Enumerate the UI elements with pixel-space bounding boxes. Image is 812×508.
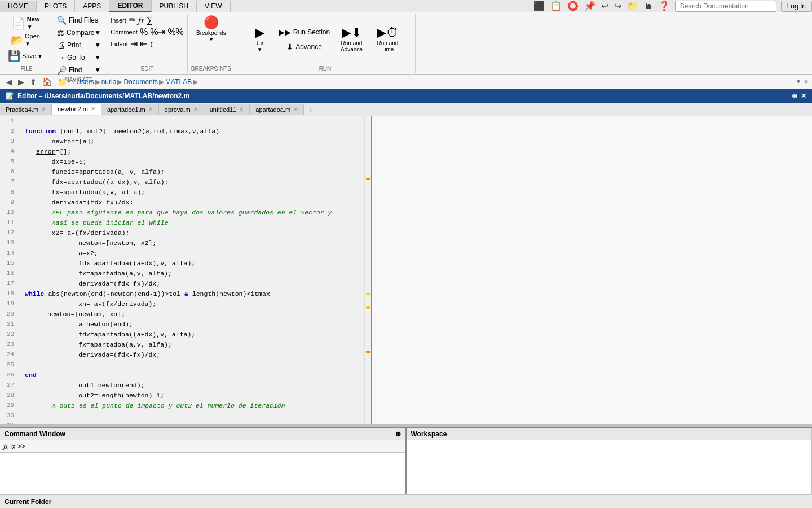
- toolbar-icon-2[interactable]: 📋: [549, 0, 563, 12]
- run-section-button[interactable]: ▶▶ Run Section: [276, 25, 332, 39]
- command-window-panel: Command Window ⊕ 𝑓𝑥 fx >>: [0, 428, 407, 494]
- file-group-label: FILE: [6, 64, 47, 72]
- ribbon-group-breakpoints: 🔴 Breakpoints ▼ BREAKPOINTS: [188, 14, 235, 73]
- forward-button[interactable]: ▶: [15, 77, 27, 87]
- toolbar-icon-5[interactable]: ↩: [599, 0, 610, 12]
- comment-icon-3[interactable]: %%: [167, 27, 183, 37]
- code-line-21: a=newton(end);: [25, 319, 364, 330]
- path-users[interactable]: Users: [76, 78, 94, 86]
- line-number-26: 26: [3, 370, 16, 380]
- breakpoints-button[interactable]: 🔴 Breakpoints ▼: [193, 15, 230, 44]
- advance-button[interactable]: ⬇ Advance: [276, 40, 332, 54]
- current-folder-label: Current Folder: [5, 498, 51, 506]
- run-advance-button[interactable]: ▶⬇ Run and Advance: [334, 25, 368, 54]
- line-number-27: 27: [3, 380, 16, 391]
- edit-insert-label: Insert: [111, 17, 126, 24]
- line-number-18: 18: [3, 289, 16, 299]
- line-numbers: 1234567891011121314151617181920212223242…: [0, 116, 20, 424]
- code-line-17: derivada=(fdx-fx)/dx;: [25, 279, 364, 289]
- line-number-30: 30: [3, 411, 16, 421]
- comment-icon-1[interactable]: %: [140, 27, 148, 37]
- toolbar-icon-1[interactable]: ⬛: [532, 0, 546, 12]
- toolbar-icon-4[interactable]: 📌: [582, 0, 597, 12]
- insert-icon-1[interactable]: ✏: [129, 15, 136, 25]
- tab-apartadoe1[interactable]: apartadoe1.m ✕: [102, 104, 159, 115]
- up-button[interactable]: ⬆: [27, 77, 39, 87]
- open-button[interactable]: 📂 Open ▼: [6, 32, 45, 49]
- run-button[interactable]: ▶ Run ▼: [245, 25, 273, 54]
- run-time-button[interactable]: ▶⏱ Run and Time: [370, 25, 404, 54]
- nav-tab-editor[interactable]: EDITOR: [109, 0, 151, 12]
- code-line-18: while abs(newton(end)-newton(end-1))>tol…: [25, 289, 364, 299]
- line-number-24: 24: [3, 350, 16, 360]
- line-number-16: 16: [3, 269, 16, 279]
- tab-apartadoa[interactable]: apartadoa.m ✕: [250, 104, 304, 115]
- tab-close-newton2[interactable]: ✕: [91, 106, 95, 112]
- indent-icon-1[interactable]: ⇥: [130, 38, 138, 49]
- insert-icon-3[interactable]: ∑: [147, 15, 153, 25]
- command-input[interactable]: [28, 443, 402, 450]
- nav-tab-apps[interactable]: APPS: [75, 1, 109, 12]
- line-number-20: 20: [3, 309, 16, 319]
- line-number-6: 6: [3, 167, 16, 177]
- nav-tab-home[interactable]: HOME: [0, 1, 37, 12]
- nav-tab-view[interactable]: VIEW: [197, 1, 231, 12]
- fx-prompt: fx >>: [10, 443, 25, 450]
- margin-bar: [364, 116, 371, 424]
- path-documents[interactable]: Documents: [123, 78, 158, 86]
- new-button[interactable]: 📄 New ▼: [6, 15, 45, 32]
- nav-tab-publish[interactable]: PUBLISH: [152, 1, 197, 12]
- code-line-6: funcio=apartadoa(a, v, alfa);: [25, 167, 364, 177]
- goto-button[interactable]: → Go To ▼: [55, 52, 103, 63]
- code-line-30: [25, 411, 364, 421]
- fx-bar: 𝑓𝑥 fx >>: [0, 440, 405, 453]
- print-button[interactable]: 🖨 Print ▼: [55, 40, 103, 51]
- indent-icon-2[interactable]: ⇤: [140, 38, 147, 49]
- toolbar-icon-8[interactable]: 🖥: [642, 0, 655, 12]
- indent-icon-3[interactable]: ↕: [149, 39, 154, 49]
- tab-untitled11[interactable]: untitled11 ✕: [204, 104, 250, 115]
- tab-close-untitled11[interactable]: ✕: [239, 106, 244, 112]
- ribbon: 📄 New ▼ 📂 Open ▼ 💾 Save ▼: [0, 12, 812, 75]
- comment-icon-2[interactable]: %⇥: [150, 27, 165, 37]
- editor-right-panel: [372, 116, 812, 424]
- path-matlab[interactable]: MATLAB: [165, 78, 192, 86]
- command-window-icon[interactable]: ⊕: [395, 430, 401, 438]
- line-number-1: 1: [3, 116, 16, 126]
- compare-button[interactable]: ⚖ Compare ▼: [55, 27, 103, 38]
- search-input[interactable]: [675, 1, 776, 12]
- tab-eprova[interactable]: eprova.m ✕: [159, 104, 204, 115]
- line-number-23: 23: [3, 340, 16, 350]
- toolbar-icon-6[interactable]: ↪: [612, 0, 623, 12]
- line-number-11: 11: [3, 218, 16, 228]
- tab-close-apartadoa[interactable]: ✕: [293, 106, 298, 112]
- line-number-12: 12: [3, 228, 16, 238]
- address-bar: ◀ ▶ ⬆ 🏠 📁 / Users ▶ nuria ▶ Documents ▶ …: [0, 75, 812, 89]
- path-nuria[interactable]: nuria: [102, 78, 117, 86]
- back-button[interactable]: ◀: [3, 77, 15, 87]
- code-line-5: dx=10e-6;: [25, 157, 364, 167]
- editor-close-button[interactable]: ✕: [801, 92, 806, 100]
- insert-icon-2[interactable]: 𝑓𝑥: [138, 15, 144, 25]
- find-files-button[interactable]: 🔍 Find Files: [55, 15, 103, 26]
- browse-button[interactable]: 📁: [55, 77, 70, 87]
- tab-close-eprova[interactable]: ✕: [193, 106, 198, 112]
- toolbar-icon-7[interactable]: 📁: [625, 0, 640, 12]
- toolbar-icon-9[interactable]: ❓: [657, 0, 672, 12]
- save-button[interactable]: 💾 Save ▼: [6, 49, 45, 63]
- editor-left-panel: 1234567891011121314151617181920212223242…: [0, 116, 372, 424]
- code-area[interactable]: function [out1, out2]= newton2(a,tol,itm…: [20, 116, 364, 424]
- find-button[interactable]: 🔎 Find ▼: [55, 64, 103, 76]
- toolbar-icon-3[interactable]: ⭕: [566, 0, 580, 12]
- tab-close-apartadoe1[interactable]: ✕: [148, 106, 153, 112]
- tab-newton2[interactable]: newton2.m ✕: [52, 104, 102, 115]
- editor-popup-button[interactable]: ⊕: [792, 92, 797, 100]
- nav-tab-plots[interactable]: PLOTS: [37, 1, 75, 12]
- login-button[interactable]: Log In: [781, 1, 812, 12]
- line-number-2: 2: [3, 126, 16, 137]
- home-dir-button[interactable]: 🏠: [39, 77, 55, 87]
- line-number-7: 7: [3, 177, 16, 187]
- tab-close-practica4[interactable]: ✕: [41, 106, 46, 112]
- tab-practica4[interactable]: Practica4.m ✕: [0, 104, 52, 115]
- tab-add-button[interactable]: +: [304, 103, 317, 116]
